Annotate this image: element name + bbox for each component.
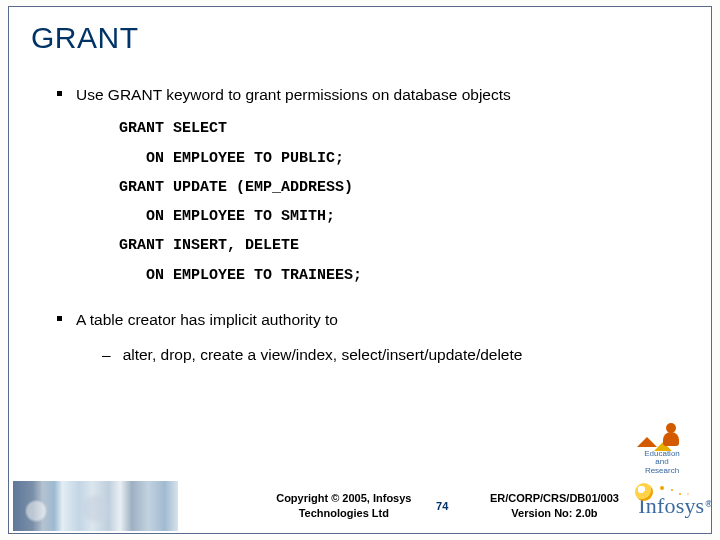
bullet-icon bbox=[57, 91, 62, 96]
slide-title: GRANT bbox=[9, 7, 711, 55]
copyright: Copyright © 2005, Infosys Technologies L… bbox=[272, 491, 416, 520]
badge-caption: Education and Research bbox=[633, 450, 691, 475]
bullet-text: Use GRANT keyword to grant permissions o… bbox=[76, 83, 511, 106]
footer-photo bbox=[13, 481, 178, 531]
infosys-logo: Infosys® bbox=[638, 484, 711, 528]
copyright-line: Copyright © 2005, Infosys bbox=[276, 492, 411, 504]
docref-line: Version No: 2.0b bbox=[511, 507, 597, 519]
docref-line: ER/CORP/CRS/DB01/003 bbox=[490, 492, 619, 504]
bullet-item: Use GRANT keyword to grant permissions o… bbox=[57, 83, 675, 106]
bullet-item: A table creator has implicit authority t… bbox=[57, 308, 675, 331]
page-number: 74 bbox=[430, 500, 455, 512]
education-research-badge: Education and Research bbox=[633, 419, 691, 475]
code-block: GRANT SELECT ON EMPLOYEE TO PUBLIC; GRAN… bbox=[57, 110, 675, 290]
slide-content: Use GRANT keyword to grant permissions o… bbox=[9, 55, 711, 366]
copyright-line: Technologies Ltd bbox=[299, 507, 389, 519]
doc-reference: ER/CORP/CRS/DB01/003 Version No: 2.0b bbox=[479, 491, 631, 520]
sub-bullet-text: alter, drop, create a view/index, select… bbox=[123, 343, 523, 366]
badge-line: Research bbox=[645, 466, 679, 475]
slide-footer: Copyright © 2005, Infosys Technologies L… bbox=[9, 478, 711, 533]
slide-frame: GRANT Use GRANT keyword to grant permiss… bbox=[8, 6, 712, 534]
registered-icon: ® bbox=[705, 499, 712, 509]
logo-text: Infosys bbox=[638, 493, 704, 519]
person-icon bbox=[666, 423, 676, 433]
bullet-text: A table creator has implicit authority t… bbox=[76, 308, 338, 331]
bullet-icon bbox=[57, 316, 62, 321]
dash-icon: – bbox=[102, 343, 111, 366]
sub-bullet-item: – alter, drop, create a view/index, sele… bbox=[57, 343, 675, 366]
